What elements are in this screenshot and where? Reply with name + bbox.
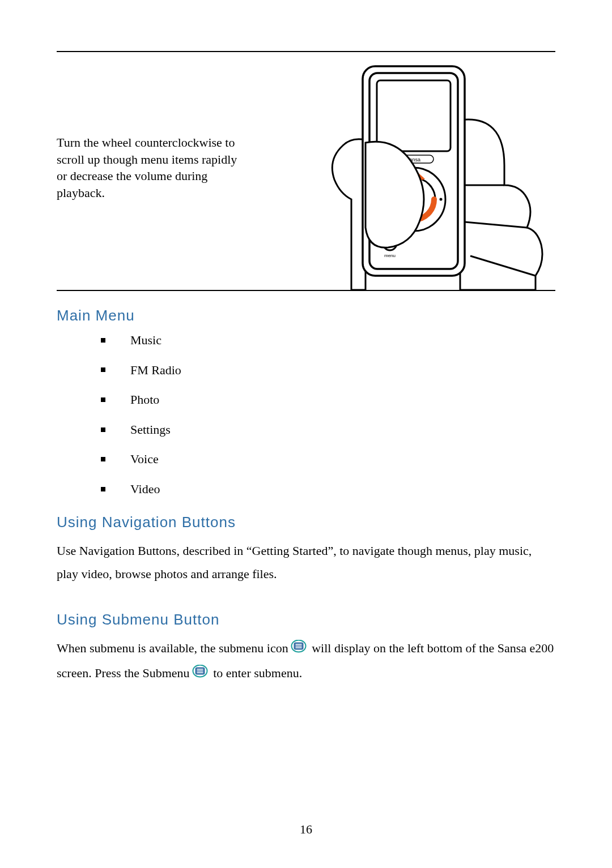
list-item: Video bbox=[101, 481, 555, 498]
svg-point-9 bbox=[440, 198, 443, 201]
list-item-label: Photo bbox=[130, 392, 159, 407]
page-number: 16 bbox=[0, 822, 612, 837]
list-item: FM Radio bbox=[101, 362, 555, 379]
document-page: Turn the wheel counterclockwise to scrol… bbox=[0, 0, 612, 868]
wheel-instruction-text: Turn the wheel counterclockwise to scrol… bbox=[57, 52, 238, 202]
svg-rect-2 bbox=[377, 80, 450, 151]
svg-text:menu: menu bbox=[384, 253, 396, 258]
heading-using-navigation-buttons: Using Navigation Buttons bbox=[57, 514, 555, 531]
device-illustration-column: sansa m bbox=[238, 52, 555, 290]
submenu-button-paragraph: When submenu is available, the submenu i… bbox=[57, 636, 555, 686]
submenu-icon bbox=[291, 638, 307, 661]
list-item-label: Settings bbox=[130, 422, 171, 437]
list-item-label: FM Radio bbox=[130, 363, 181, 377]
wheel-instruction-section: Turn the wheel counterclockwise to scrol… bbox=[57, 51, 555, 291]
list-item: Settings bbox=[101, 422, 555, 438]
list-item-label: Video bbox=[130, 482, 160, 496]
heading-main-menu: Main Menu bbox=[57, 307, 555, 324]
list-item: Music bbox=[101, 332, 555, 349]
wheel-instruction-paragraph: Turn the wheel counterclockwise to scrol… bbox=[57, 135, 237, 200]
submenu-para-run3: to enter submenu. bbox=[210, 666, 303, 680]
list-item-label: Voice bbox=[130, 452, 159, 466]
list-item: Voice bbox=[101, 451, 555, 468]
device-in-hand-illustration: sansa m bbox=[312, 52, 555, 290]
heading-using-submenu-button: Using Submenu Button bbox=[57, 611, 555, 628]
submenu-para-run1: When submenu is available, the submenu i… bbox=[57, 641, 288, 655]
submenu-icon bbox=[192, 662, 208, 686]
list-item-label: Music bbox=[130, 333, 162, 347]
main-menu-list: Music FM Radio Photo Settings Voice Vide… bbox=[101, 332, 555, 498]
list-item: Photo bbox=[101, 392, 555, 408]
navigation-buttons-paragraph: Use Navigation Buttons, described in “Ge… bbox=[57, 539, 555, 587]
